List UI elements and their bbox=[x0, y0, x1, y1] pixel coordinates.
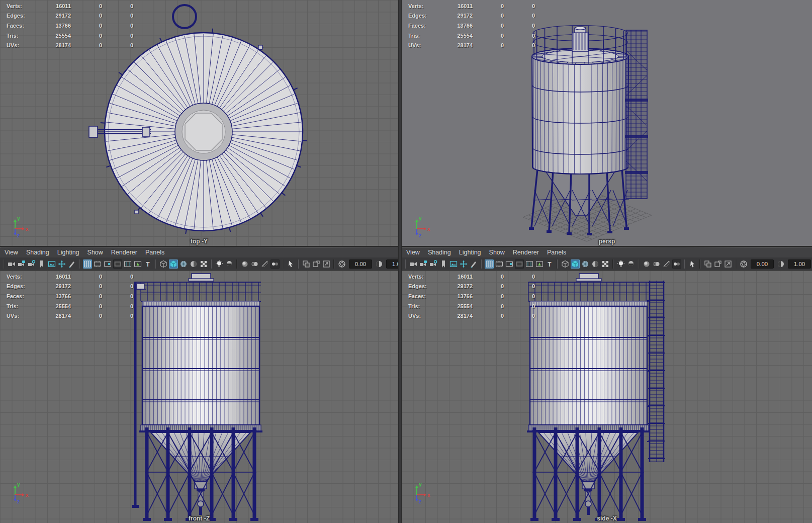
film-gate-icon[interactable] bbox=[495, 259, 504, 269]
shadows-icon[interactable] bbox=[225, 259, 234, 269]
grid-icon[interactable] bbox=[485, 259, 494, 269]
menu-view[interactable]: View bbox=[406, 249, 420, 256]
smooth-shade-icon[interactable] bbox=[571, 259, 580, 269]
safe-action-icon[interactable] bbox=[535, 259, 544, 269]
menu-panels[interactable]: Panels bbox=[145, 249, 164, 256]
textured-icon[interactable] bbox=[591, 259, 600, 269]
menu-lighting[interactable]: Lighting bbox=[459, 249, 481, 256]
anti-aliasing-icon[interactable] bbox=[662, 259, 671, 269]
contrast-icon[interactable] bbox=[375, 259, 384, 269]
maya-quad-viewport-app: Verts:1601100Edges:2917200Faces:1376600T… bbox=[0, 0, 812, 523]
hud-col3: 0 bbox=[504, 13, 535, 19]
hud-col2: 0 bbox=[473, 313, 504, 319]
lock-camera-icon[interactable] bbox=[17, 259, 26, 269]
hud-col3: 0 bbox=[504, 3, 535, 9]
image-plane-icon[interactable] bbox=[449, 259, 458, 269]
viewport-divider[interactable] bbox=[398, 0, 402, 523]
field-chart-icon[interactable] bbox=[525, 259, 534, 269]
use-default-material-icon[interactable] bbox=[199, 259, 208, 269]
bookmark-icon[interactable] bbox=[37, 259, 46, 269]
motion-blur-icon[interactable] bbox=[250, 259, 259, 269]
grid-icon[interactable] bbox=[83, 259, 92, 269]
hud-col3: 0 bbox=[504, 42, 535, 48]
viewport-persp[interactable]: Verts:1601100Edges:2917200Faces:1376600T… bbox=[402, 0, 812, 246]
viewport-front[interactable]: Verts:1601100Edges:2917200Faces:1376600T… bbox=[0, 271, 398, 523]
camera-attributes-icon[interactable] bbox=[27, 259, 36, 269]
all-lights-icon[interactable] bbox=[215, 259, 224, 269]
shadows-icon[interactable] bbox=[626, 259, 636, 269]
hud-col2: 0 bbox=[71, 293, 102, 299]
ambient-occlusion-icon[interactable] bbox=[240, 259, 249, 269]
panel-toolbar: T0.001.00ONsRGB g bbox=[0, 257, 398, 271]
object-selection-icon[interactable] bbox=[286, 259, 295, 269]
menu-shading[interactable]: Shading bbox=[428, 249, 451, 256]
menu-renderer[interactable]: Renderer bbox=[111, 249, 137, 256]
viewport-snapshot-icon[interactable] bbox=[713, 259, 723, 269]
menu-lighting[interactable]: Lighting bbox=[57, 249, 79, 256]
hud-col3: 0 bbox=[504, 23, 535, 29]
hud-label: Verts: bbox=[7, 3, 45, 9]
gate-mask-icon[interactable] bbox=[515, 259, 524, 269]
menu-show[interactable]: Show bbox=[489, 249, 505, 256]
object-selection-icon[interactable] bbox=[688, 259, 697, 269]
zoom-region-icon[interactable] bbox=[322, 259, 331, 269]
safe-title-icon[interactable]: T bbox=[143, 259, 152, 269]
exposure-icon[interactable] bbox=[739, 259, 748, 269]
menu-view[interactable]: View bbox=[5, 249, 18, 256]
resolution-gate-icon[interactable] bbox=[505, 259, 514, 269]
lock-camera-icon[interactable] bbox=[419, 259, 428, 269]
menu-renderer[interactable]: Renderer bbox=[513, 249, 539, 256]
viewport-snapshot-icon[interactable] bbox=[312, 259, 321, 269]
viewport-top[interactable]: Verts:1601100Edges:2917200Faces:1376600T… bbox=[0, 0, 398, 246]
menu-panels[interactable]: Panels bbox=[547, 249, 566, 256]
ambient-occlusion-icon[interactable] bbox=[642, 259, 651, 269]
isolate-select-icon[interactable] bbox=[703, 259, 712, 269]
hud-value: 16011 bbox=[446, 3, 473, 9]
svg-text:x: x bbox=[26, 492, 29, 498]
gate-mask-icon[interactable] bbox=[113, 259, 122, 269]
pan-zoom-icon[interactable] bbox=[57, 259, 66, 269]
gamma-field[interactable]: 1.00 bbox=[788, 259, 811, 269]
exposure-field[interactable]: 0.00 bbox=[349, 259, 372, 269]
anti-aliasing-icon[interactable] bbox=[260, 259, 269, 269]
safe-action-icon[interactable] bbox=[133, 259, 142, 269]
resolution-gate-icon[interactable] bbox=[103, 259, 112, 269]
toolbar-separator bbox=[297, 259, 300, 269]
all-lights-icon[interactable] bbox=[616, 259, 625, 269]
wireframe-on-shaded-icon[interactable] bbox=[581, 259, 590, 269]
smooth-shade-icon[interactable] bbox=[169, 259, 178, 269]
exposure-icon[interactable] bbox=[337, 259, 346, 269]
image-plane-icon[interactable] bbox=[47, 259, 56, 269]
exposure-field[interactable]: 0.00 bbox=[751, 259, 774, 269]
wireframe-icon[interactable] bbox=[561, 259, 570, 269]
hud-col2: 0 bbox=[71, 42, 102, 48]
bookmark-icon[interactable] bbox=[439, 259, 448, 269]
hud-label: Tris: bbox=[408, 33, 446, 39]
camera-attributes-icon[interactable] bbox=[429, 259, 438, 269]
film-gate-icon[interactable] bbox=[93, 259, 102, 269]
depth-of-field-icon[interactable] bbox=[672, 259, 681, 269]
select-camera-icon[interactable] bbox=[7, 259, 16, 269]
grease-pencil-icon[interactable] bbox=[67, 259, 76, 269]
pan-zoom-icon[interactable] bbox=[459, 259, 468, 269]
isolate-select-icon[interactable] bbox=[302, 259, 311, 269]
contrast-icon[interactable] bbox=[776, 259, 785, 269]
grease-pencil-icon[interactable] bbox=[469, 259, 478, 269]
zoom-region-icon[interactable] bbox=[724, 259, 733, 269]
menu-shading[interactable]: Shading bbox=[26, 249, 49, 256]
depth-of-field-icon[interactable] bbox=[270, 259, 280, 269]
field-chart-icon[interactable] bbox=[123, 259, 132, 269]
use-default-material-icon[interactable] bbox=[601, 259, 610, 269]
hud-value: 16011 bbox=[45, 274, 71, 280]
textured-icon[interactable] bbox=[189, 259, 198, 269]
wireframe-on-shaded-icon[interactable] bbox=[179, 259, 188, 269]
gamma-field[interactable]: 1.00 bbox=[386, 259, 398, 269]
select-camera-icon[interactable] bbox=[409, 259, 418, 269]
hud-label: Faces: bbox=[408, 293, 446, 299]
safe-title-icon[interactable]: T bbox=[545, 259, 554, 269]
menu-show[interactable]: Show bbox=[87, 249, 103, 256]
viewport-side[interactable]: Verts:1601100Edges:2917200Faces:1376600T… bbox=[402, 271, 812, 523]
toolbar-separator bbox=[3, 259, 5, 269]
wireframe-icon[interactable] bbox=[159, 259, 168, 269]
motion-blur-icon[interactable] bbox=[652, 259, 661, 269]
